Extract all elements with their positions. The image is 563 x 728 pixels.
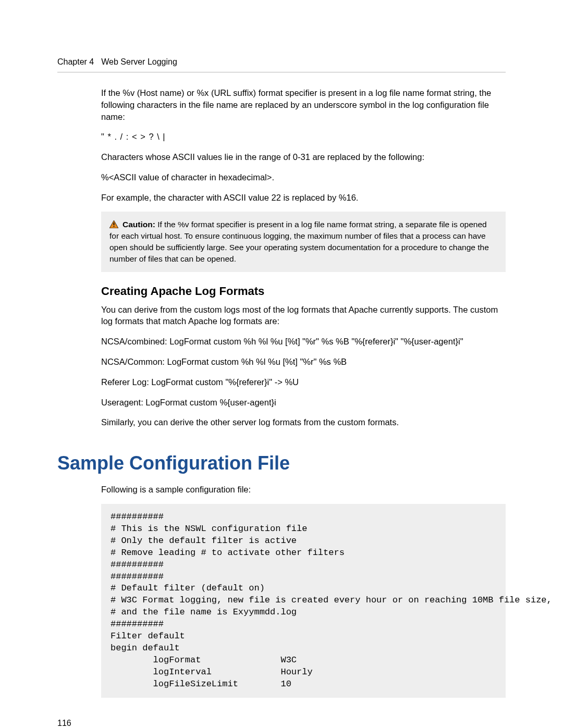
page-number: 116 — [57, 719, 71, 727]
caution-box: Caution: If the %v format specifier is p… — [101, 212, 506, 272]
paragraph: Characters whose ASCII values lie in the… — [101, 151, 506, 163]
caution-text: If the %v format specifier is present in… — [109, 220, 489, 263]
logformat-line: NCSA/Common: LogFormat custom %h %l %u [… — [101, 356, 506, 368]
code-block: ########## # This is the NSWL configurat… — [101, 504, 506, 698]
logformat-line: NCSA/combined: LogFormat custom %h %l %u… — [101, 336, 506, 348]
logformat-line: Referer Log: LogFormat custom "%{referer… — [101, 376, 506, 388]
paragraph: Following is a sample configuration file… — [101, 484, 506, 496]
section-heading: Creating Apache Log Formats — [101, 283, 506, 299]
paragraph: Similarly, you can derive the other serv… — [101, 416, 506, 428]
page-header: Chapter 4 Web Server Logging — [57, 57, 506, 72]
paragraph: You can derive from the custom logs most… — [101, 304, 506, 328]
caution-label: Caution: — [123, 220, 155, 229]
paragraph: If the %v (Host name) or %x (URL suffix)… — [101, 87, 506, 122]
paragraph: %<ASCII value of character in hexadecima… — [101, 171, 506, 183]
page-footer: 116 — [57, 719, 506, 728]
chapter-title: Web Server Logging — [101, 57, 177, 67]
paragraph: For example, the character with ASCII va… — [101, 192, 506, 204]
main-heading: Sample Configuration File — [57, 452, 506, 474]
char-list: " * . / : < > ? \ | — [101, 131, 506, 143]
document-page: Chapter 4 Web Server Logging If the %v (… — [0, 0, 563, 728]
svg-rect-1 — [114, 223, 115, 225]
svg-rect-2 — [114, 226, 115, 227]
caution-icon — [109, 220, 118, 228]
chapter-number: Chapter 4 — [57, 57, 94, 67]
body-content: If the %v (Host name) or %x (URL suffix)… — [101, 87, 506, 428]
logformat-line: Useragent: LogFormat custom %{user-agent… — [101, 397, 506, 409]
